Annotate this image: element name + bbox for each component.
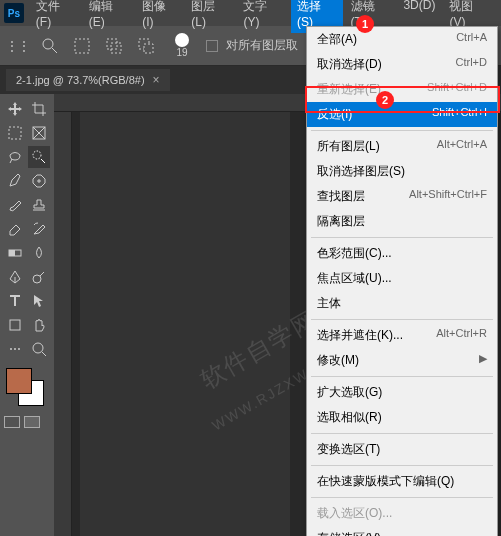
- eraser-tool-icon[interactable]: [4, 218, 26, 240]
- sample-all-layers-label: 对所有图层取: [226, 37, 298, 54]
- brush-size-value: 19: [176, 47, 187, 58]
- marquee-tool-icon[interactable]: [4, 122, 26, 144]
- menu-option-label: 扩大选取(G): [317, 384, 382, 401]
- menu-option[interactable]: 查找图层Alt+Shift+Ctrl+F: [307, 184, 497, 209]
- menu-option[interactable]: 隔离图层: [307, 209, 497, 234]
- menu-option[interactable]: 存储选区(V)...: [307, 526, 497, 536]
- menu-option[interactable]: 色彩范围(C)...: [307, 241, 497, 266]
- annotation-badge-1: 1: [356, 15, 374, 33]
- mask-mode-icon: [24, 416, 40, 428]
- shape-tool-icon[interactable]: [4, 314, 26, 336]
- menu-option-label: 所有图层(L): [317, 138, 380, 155]
- ruler-vertical[interactable]: [54, 112, 72, 536]
- healing-tool-icon[interactable]: [28, 170, 50, 192]
- menu-item-0[interactable]: 文件(F): [30, 0, 81, 33]
- select-mode-subtract-icon[interactable]: [134, 34, 158, 58]
- menu-option-shortcut: Ctrl+A: [456, 31, 487, 48]
- brush-tool-icon[interactable]: [4, 194, 26, 216]
- menu-option[interactable]: 选择并遮住(K)...Alt+Ctrl+R: [307, 323, 497, 348]
- type-tool-icon[interactable]: [4, 290, 26, 312]
- menu-item-3[interactable]: 图层(L): [185, 0, 235, 33]
- svg-rect-3: [111, 43, 121, 53]
- menu-option-label: 选择并遮住(K)...: [317, 327, 403, 344]
- menu-option-shortcut: Alt+Ctrl+A: [437, 138, 487, 155]
- app-logo: Ps: [4, 3, 24, 23]
- blur-tool-icon[interactable]: [28, 242, 50, 264]
- options-icon[interactable]: ⋯: [4, 338, 26, 360]
- select-mode-new-icon[interactable]: [70, 34, 94, 58]
- menu-option-label: 焦点区域(U)...: [317, 270, 392, 287]
- menu-option[interactable]: 所有图层(L)Alt+Ctrl+A: [307, 134, 497, 159]
- lasso-tool-icon[interactable]: [4, 146, 26, 168]
- path-select-icon[interactable]: [28, 290, 50, 312]
- gradient-tool-icon[interactable]: [4, 242, 26, 264]
- menu-option-shortcut: Ctrl+D: [456, 56, 487, 73]
- svg-point-13: [33, 275, 41, 283]
- menu-option-label: 存储选区(V)...: [317, 530, 391, 536]
- crop-tool-icon[interactable]: [28, 98, 50, 120]
- menu-option-shortcut: Alt+Shift+Ctrl+F: [409, 188, 487, 205]
- menu-option-label: 反选(I): [317, 106, 352, 123]
- menu-option-label: 重新选择(E): [317, 81, 381, 98]
- menu-option-label: 在快速蒙版模式下编辑(Q): [317, 473, 454, 490]
- standard-mode-icon: [4, 416, 20, 428]
- quick-select-icon[interactable]: [38, 34, 62, 58]
- menu-option[interactable]: 在快速蒙版模式下编辑(Q): [307, 469, 497, 494]
- document-canvas[interactable]: [80, 112, 290, 536]
- close-icon[interactable]: ×: [153, 73, 160, 87]
- menu-item-2[interactable]: 图像(I): [136, 0, 183, 33]
- menu-separator: [311, 376, 493, 377]
- svg-rect-6: [9, 127, 21, 139]
- color-swatches[interactable]: [4, 368, 50, 412]
- menu-option[interactable]: 反选(I)Shift+Ctrl+I: [307, 102, 497, 127]
- frame-tool-icon[interactable]: [28, 122, 50, 144]
- menu-separator: [311, 433, 493, 434]
- dodge-tool-icon[interactable]: [28, 266, 50, 288]
- menu-option[interactable]: 扩大选取(G): [307, 380, 497, 405]
- menu-option[interactable]: 全部(A)Ctrl+A: [307, 27, 497, 52]
- brush-dot-icon: [175, 33, 189, 47]
- hand-tool-icon[interactable]: [28, 314, 50, 336]
- menu-option-shortcut: Alt+Ctrl+R: [436, 327, 487, 344]
- menu-option[interactable]: 修改(M)▶: [307, 348, 497, 373]
- svg-point-0: [43, 39, 53, 49]
- document-tab[interactable]: 2-1.jpg @ 73.7%(RGB/8#) ×: [6, 69, 170, 91]
- history-brush-icon[interactable]: [28, 218, 50, 240]
- menu-option[interactable]: 焦点区域(U)...: [307, 266, 497, 291]
- menu-option[interactable]: 选取相似(R): [307, 405, 497, 430]
- foreground-color-swatch[interactable]: [6, 368, 32, 394]
- menu-option[interactable]: 主体: [307, 291, 497, 316]
- move-tool-icon[interactable]: [4, 98, 26, 120]
- stamp-tool-icon[interactable]: [28, 194, 50, 216]
- eyedropper-tool-icon[interactable]: [4, 170, 26, 192]
- menu-option-label: 变换选区(T): [317, 441, 380, 458]
- menu-option-label: 主体: [317, 295, 341, 312]
- quick-mask-toggle[interactable]: [4, 416, 50, 428]
- menu-separator: [311, 237, 493, 238]
- svg-rect-12: [9, 250, 15, 256]
- menu-option-shortcut: Shift+Ctrl+I: [432, 106, 487, 123]
- menu-option[interactable]: 取消选择图层(S): [307, 159, 497, 184]
- menu-option[interactable]: 取消选择(D)Ctrl+D: [307, 52, 497, 77]
- pen-tool-icon[interactable]: [4, 266, 26, 288]
- brush-preview[interactable]: 19: [166, 30, 198, 62]
- menu-option[interactable]: 变换选区(T): [307, 437, 497, 462]
- tab-title: 2-1.jpg @ 73.7%(RGB/8#): [16, 74, 145, 86]
- menu-option-label: 载入选区(O)...: [317, 505, 392, 522]
- zoom-tool-icon[interactable]: [28, 338, 50, 360]
- menubar: Ps 文件(F)编辑(E)图像(I)图层(L)文字(Y)选择(S)滤镜(T)3D…: [0, 0, 501, 26]
- menu-option-label: 隔离图层: [317, 213, 365, 230]
- menu-item-1[interactable]: 编辑(E): [83, 0, 135, 33]
- tools-panel: ⋯: [0, 94, 54, 536]
- menu-option: 重新选择(E)Shift+Ctrl+D: [307, 77, 497, 102]
- quick-select-tool-icon[interactable]: [28, 146, 50, 168]
- menu-option-label: 选取相似(R): [317, 409, 382, 426]
- menu-option: 载入选区(O)...: [307, 501, 497, 526]
- menu-option-label: 查找图层: [317, 188, 365, 205]
- select-mode-add-icon[interactable]: [102, 34, 126, 58]
- menu-option-label: 修改(M): [317, 352, 359, 369]
- svg-rect-5: [144, 44, 153, 53]
- sample-all-layers-checkbox[interactable]: [206, 40, 218, 52]
- menu-item-4[interactable]: 文字(Y): [237, 0, 289, 33]
- menu-option-label: 取消选择(D): [317, 56, 382, 73]
